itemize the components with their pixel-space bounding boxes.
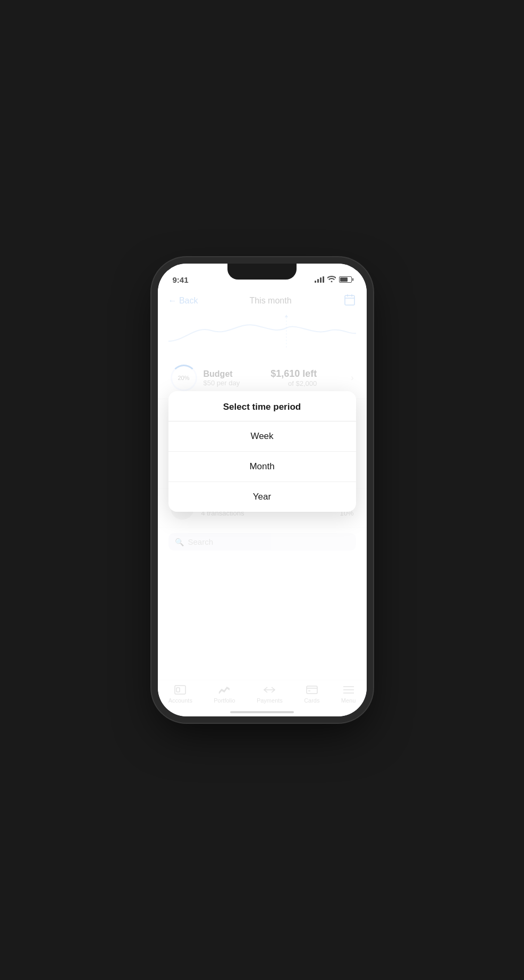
modal-option-week[interactable]: Week <box>168 421 356 452</box>
home-indicator <box>230 711 294 713</box>
modal-option-year[interactable]: Year <box>168 482 356 512</box>
phone-screen: 9:41 <box>158 264 367 716</box>
modal-title: Select time period <box>168 391 356 421</box>
phone-frame: 9:41 <box>158 264 367 716</box>
modal-option-month[interactable]: Month <box>168 452 356 482</box>
notch <box>227 264 297 280</box>
time-period-modal: Select time period Week Month Year <box>168 391 356 512</box>
